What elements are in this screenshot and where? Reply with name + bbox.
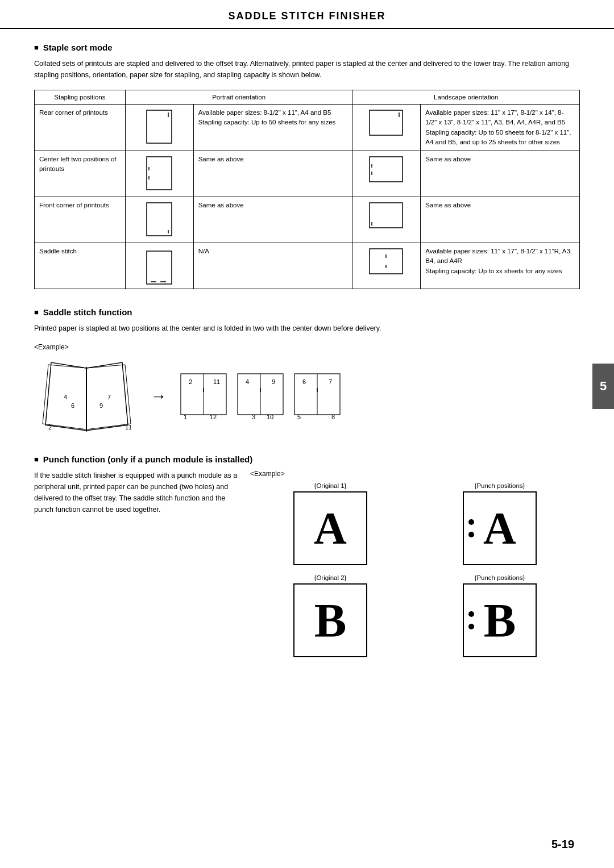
punch-dot xyxy=(468,532,474,537)
spread-3-svg: 6 7 5 8 xyxy=(292,368,343,425)
row3-landscape-img xyxy=(352,197,421,243)
page-number: 5-19 xyxy=(551,838,574,851)
original-2-item: {Original 2} B xyxy=(250,574,410,657)
row1-landscape-text: Available paper sizes: 11" x 17", 8-1/2"… xyxy=(421,105,580,151)
punch-dots-2 xyxy=(468,611,474,629)
punch-description: If the saddle stitch finisher is equippe… xyxy=(34,470,239,657)
punch-example-label: <Example> xyxy=(250,470,580,478)
row2-landscape-img xyxy=(352,151,421,197)
saddle-diagram: 4 7 6 9 2 11 → 2 xyxy=(34,357,580,436)
svg-text:4: 4 xyxy=(246,378,249,385)
svg-text:9: 9 xyxy=(272,378,275,385)
table-row: Center left two positions of printouts S… xyxy=(35,151,580,197)
saddle-stitch-function-section: Saddle stitch function Printed paper is … xyxy=(34,307,580,436)
row2-portrait-img xyxy=(125,151,193,197)
original-1-item: {Original 1} A xyxy=(250,482,410,565)
row1-portrait-img xyxy=(125,105,193,151)
table-row: Rear corner of printouts Available paper… xyxy=(35,105,580,151)
svg-text:2: 2 xyxy=(48,424,52,431)
page-header: SADDLE STITCH FINISHER xyxy=(0,0,614,29)
svg-text:7: 7 xyxy=(107,394,111,400)
row3-position: Front corner of printouts xyxy=(35,197,126,243)
svg-text:11: 11 xyxy=(213,378,220,385)
svg-text:3: 3 xyxy=(252,414,255,420)
spread-3: 6 7 5 8 xyxy=(292,368,343,425)
row1-position: Rear corner of printouts xyxy=(35,105,126,151)
saddle-example-label: <Example> xyxy=(34,343,580,351)
svg-rect-7 xyxy=(370,157,403,182)
svg-text:10: 10 xyxy=(267,414,273,420)
svg-text:7: 7 xyxy=(329,378,332,385)
punch-section-content: If the saddle stitch finisher is equippe… xyxy=(34,470,580,657)
row1-landscape-img xyxy=(352,105,421,151)
punch-pos-1-item: {Punch positions} A xyxy=(420,482,580,565)
row2-position: Center left two positions of printouts xyxy=(35,151,126,197)
booklet-pages: 2 11 1 12 4 9 3 10 xyxy=(178,368,343,425)
row4-position: Saddle stitch xyxy=(35,243,126,289)
svg-rect-4 xyxy=(147,157,172,190)
svg-text:5: 5 xyxy=(297,414,301,420)
spread-1: 2 11 1 12 xyxy=(178,368,229,425)
punch-pos-2-box: B xyxy=(463,583,537,657)
svg-text:8: 8 xyxy=(331,414,335,420)
row4-landscape-text: Available paper sizes: 11" x 17", 8-1/2"… xyxy=(421,243,580,289)
svg-rect-14 xyxy=(147,251,172,284)
punch-dots-1 xyxy=(468,519,474,537)
original-2-label: {Original 2} xyxy=(250,574,410,581)
row3-portrait-text: Same as above xyxy=(193,197,352,243)
row2-landscape-text: Same as above xyxy=(421,151,580,197)
row4-portrait-text: N/A xyxy=(193,243,352,289)
table-row: Saddle stitch N/A xyxy=(35,243,580,289)
row2-portrait-text: Same as above xyxy=(193,151,352,197)
staple-sort-desc: Collated sets of printouts are stapled a… xyxy=(34,58,580,81)
arrow-right: → xyxy=(151,387,167,406)
svg-text:9: 9 xyxy=(99,402,103,409)
punch-examples: <Example> {Original 1} A {Punch position… xyxy=(250,470,580,657)
side-tab: 5 xyxy=(592,364,614,409)
svg-rect-12 xyxy=(370,203,403,228)
spread-1-svg: 2 11 1 12 xyxy=(178,368,229,425)
side-tab-number: 5 xyxy=(600,379,607,394)
staple-sort-title: Staple sort mode xyxy=(34,43,580,52)
punch-desc-text: If the saddle stitch finisher is equippe… xyxy=(34,470,239,515)
punch-dot xyxy=(468,624,474,629)
svg-text:4: 4 xyxy=(64,394,67,400)
punch-function-title: Punch function (only if a punch module i… xyxy=(34,454,580,464)
col-header-landscape: Landscape orientation xyxy=(352,90,580,105)
svg-text:6: 6 xyxy=(71,402,74,409)
col-header-position: Stapling positions xyxy=(35,90,126,105)
svg-text:2: 2 xyxy=(189,378,192,385)
svg-text:1: 1 xyxy=(184,414,187,420)
col-header-portrait: Portrait orientation xyxy=(125,90,352,105)
punch-dot xyxy=(468,519,474,525)
svg-rect-2 xyxy=(370,110,403,135)
saddle-function-desc: Printed paper is stapled at two position… xyxy=(34,323,580,334)
original-1-box: A xyxy=(293,491,367,565)
row3-landscape-text: Same as above xyxy=(421,197,580,243)
punch-pos-1-box: A xyxy=(463,491,537,565)
original-2-box: B xyxy=(293,583,367,657)
punch-pos-2-item: {Punch positions} B xyxy=(420,574,580,657)
spread-2: 4 9 3 10 xyxy=(235,368,286,425)
punch-pos-2-label: {Punch positions} xyxy=(420,574,580,581)
svg-text:12: 12 xyxy=(210,414,217,420)
svg-text:6: 6 xyxy=(302,378,306,385)
row3-portrait-img xyxy=(125,197,193,243)
row1-portrait-text: Available paper sizes: 8-1/2" x 11", A4 … xyxy=(193,105,352,151)
punch-examples-grid: {Original 1} A {Punch positions} A xyxy=(250,482,580,657)
table-row: Front corner of printouts Same as above xyxy=(35,197,580,243)
staple-sort-section: Staple sort mode Collated sets of printo… xyxy=(34,43,580,289)
page-title: SADDLE STITCH FINISHER xyxy=(0,10,614,22)
punch-dot xyxy=(468,611,474,617)
open-book-svg: 4 7 6 9 2 11 xyxy=(34,357,139,436)
spread-2-svg: 4 9 3 10 xyxy=(235,368,286,425)
original-1-label: {Original 1} xyxy=(250,482,410,489)
row4-portrait-img xyxy=(125,243,193,289)
row4-landscape-img xyxy=(352,243,421,289)
staple-table: Stapling positions Portrait orientation … xyxy=(34,90,580,289)
svg-text:11: 11 xyxy=(125,424,132,431)
saddle-function-title: Saddle stitch function xyxy=(34,307,580,317)
svg-rect-17 xyxy=(370,249,403,274)
punch-function-section: Punch function (only if a punch module i… xyxy=(34,454,580,657)
punch-pos-1-label: {Punch positions} xyxy=(420,482,580,489)
